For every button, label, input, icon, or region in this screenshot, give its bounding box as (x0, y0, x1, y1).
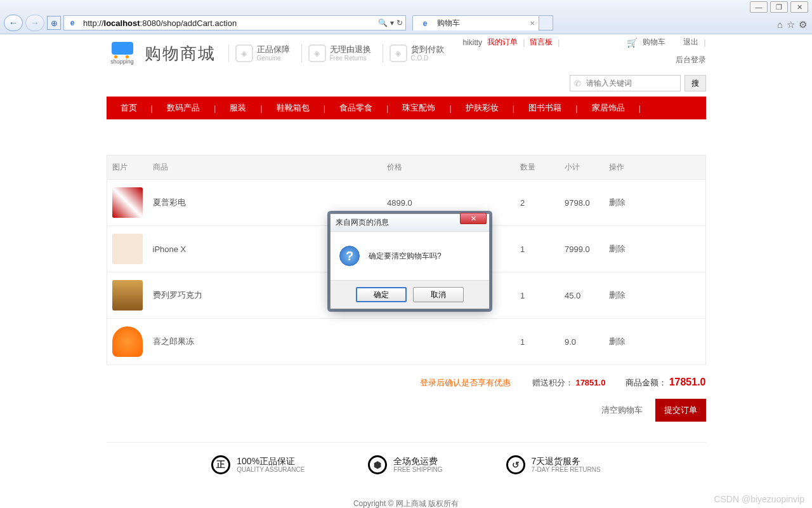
dialog-ok-button[interactable]: 确定 (356, 287, 407, 302)
confirm-dialog: 来自网页的消息 ✕ ? 确定要清空购物车吗? 确定 取消 (330, 213, 490, 309)
dialog-message: 确定要清空购物车吗? (369, 251, 442, 262)
dialog-title: 来自网页的消息 ✕ (331, 214, 489, 232)
question-icon: ? (339, 246, 360, 266)
dialog-body: ? 确定要清空购物车吗? (331, 232, 489, 280)
dialog-close-button[interactable]: ✕ (460, 213, 487, 224)
dialog-cancel-button[interactable]: 取消 (413, 287, 464, 302)
dialog-overlay: 来自网页的消息 ✕ ? 确定要清空购物车吗? 确定 取消 (0, 0, 812, 508)
dialog-buttons: 确定 取消 (331, 280, 489, 309)
